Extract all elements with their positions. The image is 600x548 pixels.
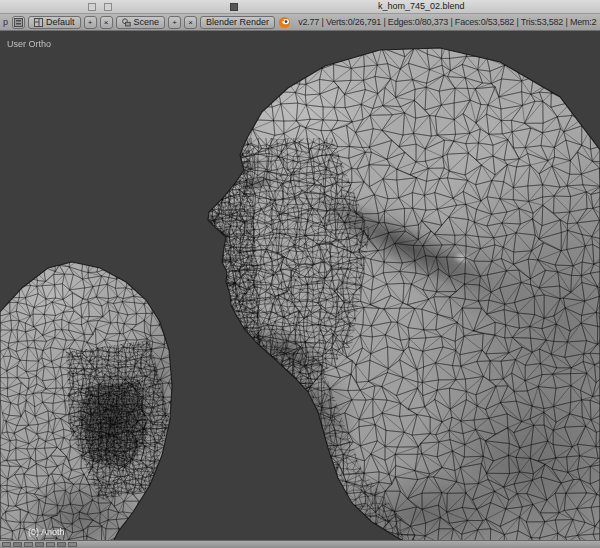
window-title: k_hom_745_02.blend: [378, 1, 465, 11]
viewport-header-icon[interactable]: [68, 542, 77, 547]
cut-menu-text: p: [3, 17, 8, 27]
viewport-header-icon[interactable]: [2, 542, 11, 547]
screen-layout-label: Default: [46, 17, 75, 27]
viewport-header-icon[interactable]: [46, 542, 55, 547]
scene-label: Scene: [134, 17, 160, 27]
render-engine-selector[interactable]: Blender Render: [200, 16, 275, 29]
scene-statistics: v2.77 | Verts:0/26,791 | Edges:0/80,373 …: [298, 17, 597, 27]
app-taskbar-icon[interactable]: [230, 3, 238, 11]
viewport-3d[interactable]: User Ortho (0) Anoth: [0, 31, 600, 540]
scene-icon: [122, 18, 131, 27]
layout-add-button[interactable]: +: [84, 16, 97, 29]
window-control-icon[interactable]: [104, 3, 112, 11]
info-header: p Default + × Scene + × Blender Render: [0, 14, 600, 31]
viewport-canvas[interactable]: [0, 31, 600, 540]
screen-layout-selector[interactable]: Default: [28, 16, 81, 29]
active-object-label: (0) Anoth: [28, 527, 65, 537]
viewport-header-icon[interactable]: [13, 542, 22, 547]
blender-logo-icon: [278, 16, 291, 29]
layout-delete-button[interactable]: ×: [100, 16, 113, 29]
scene-selector[interactable]: Scene: [116, 16, 166, 29]
viewport-header-icon[interactable]: [24, 542, 33, 547]
editor-type-button[interactable]: [12, 16, 25, 29]
viewport-header-icon[interactable]: [35, 542, 44, 547]
viewport-header-icon[interactable]: [57, 542, 66, 547]
view-name-label: User Ortho: [7, 39, 51, 49]
scene-delete-button[interactable]: ×: [184, 16, 197, 29]
scene-add-button[interactable]: +: [168, 16, 181, 29]
window-titlebar[interactable]: k_hom_745_02.blend: [0, 0, 600, 14]
render-engine-label: Blender Render: [206, 17, 269, 27]
viewport-header-strip[interactable]: [0, 540, 600, 548]
info-editor-icon: [14, 18, 23, 27]
screen-layout-icon: [34, 18, 43, 27]
window-control-icon[interactable]: [88, 3, 96, 11]
blender-window: k_hom_745_02.blend p Default + × Scene +…: [0, 0, 600, 548]
